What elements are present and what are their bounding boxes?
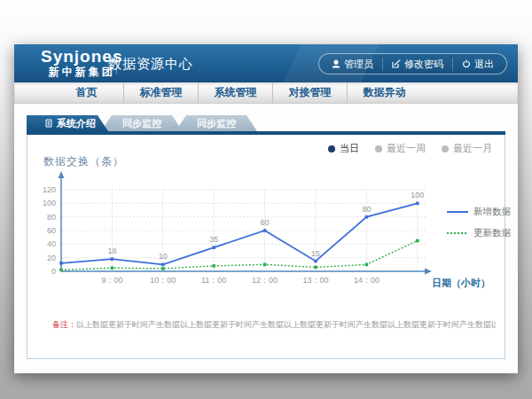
chart-tick-label: 100 (43, 199, 56, 207)
footnote-text: 以上数据更新于时间产生数据以上数据更新于时间产生数据以上数据更新于时间产生数据以… (76, 320, 496, 329)
doc-icon (44, 119, 53, 128)
chart-tick-label: 10 (159, 252, 168, 261)
user-menu: 管理员修改密码退出 (318, 53, 507, 74)
chart-tick-label: 60 (47, 226, 56, 235)
user-menu-label: 修改密码 (404, 58, 443, 71)
series-legend: 新增数据更新数据 (447, 206, 511, 239)
chart-tick-label: 100 (411, 191, 424, 200)
app-window: Synjones 新中新集团 数据资源中心 管理员修改密码退出 首页标准管理系统… (14, 44, 518, 372)
data-point-marker (161, 263, 165, 267)
data-point-marker (111, 257, 114, 261)
chart-tick-label: 11：00 (201, 276, 226, 285)
nav-item-0[interactable]: 首页 (50, 82, 123, 103)
data-point-marker (212, 246, 215, 249)
user-menu-item[interactable]: 退出 (452, 58, 503, 71)
data-point-marker (365, 215, 369, 219)
data-point-marker (314, 260, 317, 263)
chart-tick-label: 80 (47, 213, 56, 222)
tab-label: 同步监控 (122, 117, 161, 130)
data-point-marker (161, 267, 165, 270)
chart-tick-label: 35 (209, 235, 218, 244)
chart-tick-label: 13：00 (302, 276, 328, 285)
main-nav: 首页标准管理系统管理对接管理数据异动 (14, 82, 518, 104)
nav-item-4[interactable]: 数据异动 (347, 82, 421, 103)
data-point-marker (314, 266, 317, 270)
nav-item-3[interactable]: 对接管理 (272, 82, 347, 103)
app-title: 数据资源中心 (108, 56, 193, 73)
chart-tick-label: 60 (261, 218, 270, 227)
tab-bar: 系统介绍同步监控同步监控 (27, 115, 518, 131)
data-point-marker (59, 269, 63, 272)
edit-icon (392, 59, 401, 68)
legend-line-swatch (447, 209, 468, 215)
data-point-marker (263, 229, 267, 232)
tab-2[interactable]: 同步监控 (176, 115, 257, 131)
chart-panel: 当日最近一周最近一月 数据交换（条） 0204060801001209：0010… (27, 135, 505, 359)
data-point-marker (212, 264, 215, 268)
user-menu-label: 退出 (474, 58, 494, 71)
legend-label: 新增数据 (473, 206, 511, 218)
data-point-marker (59, 262, 63, 265)
user-menu-label: 管理员 (344, 58, 373, 71)
nav-item-1[interactable]: 标准管理 (123, 82, 198, 103)
data-point-marker (365, 263, 369, 267)
x-axis-title: 日期（小时） (432, 277, 490, 290)
tab-label: 系统介绍 (57, 117, 96, 130)
nav-item-2[interactable]: 系统管理 (198, 82, 272, 103)
footnote-prefix: 备注： (52, 320, 76, 329)
legend-label: 更新数据 (473, 227, 511, 239)
user-menu-item[interactable]: 管理员 (323, 58, 382, 71)
tab-0[interactable]: 系统介绍 (27, 115, 108, 131)
user-menu-item[interactable]: 修改密码 (382, 58, 452, 71)
footnote: 备注：以上数据更新于时间产生数据以上数据更新于时间产生数据以上数据更新于时间产生… (52, 319, 496, 331)
chart-tick-label: 14：00 (354, 276, 379, 285)
x-axis-arrow-icon (425, 269, 432, 275)
legend-item-1[interactable]: 更新数据 (447, 227, 511, 239)
app-header: Synjones 新中新集团 数据资源中心 管理员修改密码退出 (14, 44, 518, 82)
chart-tick-label: 12：00 (252, 276, 278, 285)
chart-tick-label: 80 (362, 205, 371, 214)
legend-item-0[interactable]: 新增数据 (447, 206, 511, 218)
content-area: 系统介绍同步监控同步监控 当日最近一周最近一月 数据交换（条） 02040608… (14, 104, 518, 373)
tab-label: 同步监控 (197, 117, 236, 130)
chart-tick-label: 10：00 (150, 276, 176, 285)
data-point-marker (111, 266, 114, 270)
tab-1[interactable]: 同步监控 (101, 115, 183, 131)
user-icon (332, 59, 340, 68)
chart-tick-label: 9：00 (101, 276, 122, 285)
y-axis-arrow-icon (59, 171, 65, 178)
chart-tick-label: 40 (47, 239, 56, 248)
chart-tick-label: 0 (51, 267, 56, 276)
data-point-marker (263, 263, 267, 267)
chart-tick-label: 20 (47, 254, 56, 262)
data-point-marker (416, 202, 419, 206)
power-icon (462, 59, 471, 68)
data-point-marker (416, 239, 419, 243)
legend-line-swatch (447, 231, 468, 236)
chart-tick-label: 120 (43, 185, 56, 194)
chart-tick-label: 15 (311, 249, 320, 258)
chart-tick-label: 18 (107, 246, 116, 255)
